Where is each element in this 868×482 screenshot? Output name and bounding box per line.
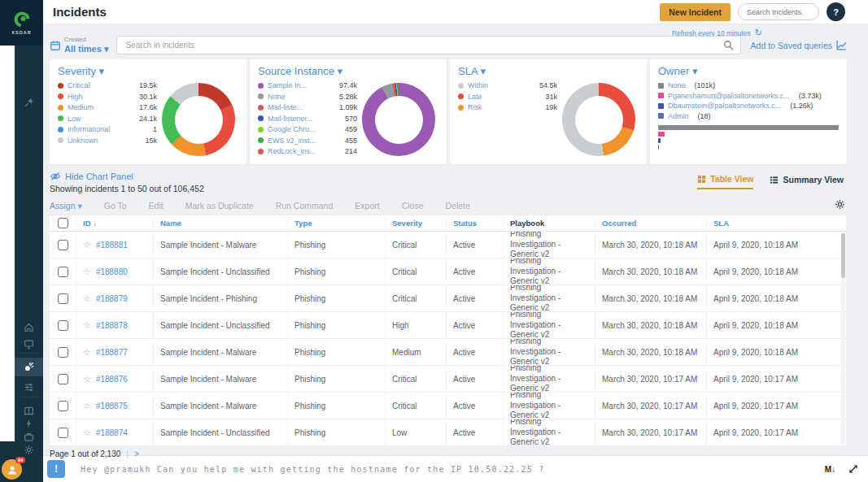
star-icon[interactable]: ☆ [83, 374, 91, 384]
row-checkbox[interactable] [58, 428, 68, 438]
add-to-saved-queries[interactable]: Add to Saved queries [751, 40, 847, 50]
column-header-status[interactable]: Status [447, 215, 504, 231]
edit-button[interactable]: Edit [149, 201, 164, 211]
chart-title-dropdown[interactable]: Severity ▾ [58, 65, 238, 77]
donut-chart[interactable] [362, 83, 435, 156]
donut-chart[interactable] [562, 83, 635, 156]
bar-segment[interactable] [658, 138, 661, 143]
table-scrollbar-thumb[interactable] [841, 233, 845, 278]
refresh-icon[interactable]: ↻ [755, 28, 762, 38]
markdown-icon[interactable]: M↓ [825, 465, 835, 474]
incident-id-link[interactable]: #188874 [96, 428, 128, 437]
star-icon[interactable]: ☆ [83, 240, 91, 250]
star-icon[interactable]: ☆ [83, 293, 91, 304]
star-icon[interactable]: ☆ [83, 347, 91, 358]
legend-item[interactable]: Dbaumstein@paloaltonetworks.c...(1.26k) [658, 102, 813, 110]
user-avatar[interactable]: 99 [2, 459, 22, 480]
column-header-sla[interactable]: SLA [707, 215, 847, 231]
incident-id-link[interactable]: #188875 [96, 402, 128, 410]
incident-id-link[interactable]: #188876 [96, 375, 128, 384]
legend-item[interactable]: Pganeshamurt@paloaltonetworks.c...(3.73k… [658, 92, 822, 100]
bar-segment[interactable] [658, 145, 659, 150]
legend-item[interactable]: High30.1k [58, 93, 157, 101]
incident-id-link[interactable]: #188881 [96, 241, 128, 250]
table-row[interactable]: ☆#188880Sample Incident - UnclassifiedPh… [50, 258, 847, 285]
legend-item[interactable]: Admin(18) [658, 112, 711, 120]
donut-chart[interactable] [162, 83, 235, 156]
row-checkbox[interactable] [58, 267, 68, 277]
pagination-next-button[interactable]: > [134, 449, 139, 458]
table-row[interactable]: ☆#188877Sample Incident - MalwarePhishin… [50, 339, 847, 366]
legend-item[interactable]: RedLock_ins...214 [258, 147, 357, 155]
chart-title-dropdown[interactable]: Owner ▾ [658, 65, 839, 77]
legend-item[interactable]: Medium17.6k [58, 103, 157, 111]
tab-table-view[interactable]: Table View [697, 174, 753, 189]
column-header-severity[interactable]: Severity [386, 215, 447, 231]
legend-item[interactable]: Informational1 [58, 125, 157, 133]
sidebar-item-settings[interactable] [15, 441, 43, 458]
mark-as-duplicate-button[interactable]: Mark as Duplicate [185, 201, 254, 211]
column-header-name[interactable]: Name [154, 215, 288, 231]
time-range-dropdown[interactable]: Created All times ▾ [50, 37, 108, 53]
global-search-input[interactable] [738, 3, 819, 20]
sidebar-item-home[interactable] [15, 319, 43, 335]
bar-segment[interactable] [658, 125, 839, 130]
table-settings-gear-icon[interactable] [835, 199, 845, 210]
legend-item[interactable]: Low24.1k [58, 115, 157, 123]
select-all-checkbox[interactable] [58, 218, 68, 228]
legend-item[interactable]: Risk19k [458, 103, 557, 111]
row-checkbox[interactable] [58, 401, 68, 411]
legend-item[interactable]: Late31k [458, 93, 557, 101]
column-header-id[interactable]: ID ↓ [76, 215, 154, 231]
table-row[interactable]: ☆#188874Sample Incident - UnclassifiedPh… [50, 419, 847, 446]
column-header-occurred[interactable]: Occurred [595, 215, 707, 231]
table-row[interactable]: ☆#188878Sample Incident - UnclassifiedPh… [50, 312, 847, 339]
legend-item[interactable]: None(101k) [658, 81, 715, 89]
legend-item[interactable]: Google Chro...459 [258, 125, 357, 133]
incident-id-link[interactable]: #188880 [96, 267, 128, 276]
column-header-type[interactable]: Type [288, 215, 386, 231]
close-button[interactable]: Close [402, 201, 424, 211]
chart-title-dropdown[interactable]: Source Instance ▾ [258, 65, 438, 77]
star-icon[interactable]: ☆ [83, 267, 91, 277]
sidebar-item-dashboards[interactable] [15, 336, 43, 352]
row-checkbox[interactable] [58, 240, 68, 250]
table-row[interactable]: ☆#188875Sample Incident - MalwarePhishin… [50, 393, 847, 419]
legend-item[interactable]: EWS v2_inst...455 [258, 137, 357, 145]
sidebar-item-war-room[interactable] [15, 379, 43, 395]
legend-item[interactable]: Unknown15k [58, 137, 157, 145]
incident-id-link[interactable]: #188879 [96, 294, 128, 303]
row-checkbox[interactable] [58, 374, 68, 384]
sidebar-item-incidents[interactable] [15, 358, 43, 376]
new-incident-button[interactable]: New Incident [660, 3, 731, 21]
star-icon[interactable]: ☆ [83, 401, 91, 411]
chart-title-dropdown[interactable]: SLA ▾ [458, 65, 639, 77]
legend-item[interactable]: None5.28k [258, 93, 357, 101]
chat-actions-button[interactable]: ! [47, 460, 65, 478]
sidebar-item-pin[interactable] [15, 94, 43, 111]
expand-icon[interactable] [848, 464, 858, 474]
row-checkbox[interactable] [58, 347, 68, 358]
legend-item[interactable]: Mail-listener...570 [258, 115, 357, 123]
table-row[interactable]: ☆#188876Sample Incident - MalwarePhishin… [50, 366, 847, 393]
delete-button[interactable]: Delete [446, 201, 470, 211]
tab-summary-view[interactable]: Summary View [770, 174, 844, 189]
incidents-search-input[interactable] [116, 36, 740, 54]
search-icon[interactable] [723, 40, 734, 50]
table-row[interactable]: ☆#188879Sample Incident - PhishingPhishi… [50, 285, 847, 312]
row-checkbox[interactable] [58, 320, 68, 331]
legend-item[interactable]: Mail-liste...1.09k [258, 103, 357, 111]
table-row[interactable]: ☆#188881Sample Incident - MalwarePhishin… [50, 232, 847, 258]
go-to-button[interactable]: Go To [104, 201, 127, 211]
row-checkbox[interactable] [58, 293, 68, 304]
star-icon[interactable]: ☆ [83, 320, 91, 331]
incident-id-link[interactable]: #188878 [96, 321, 128, 330]
bar-segment[interactable] [658, 132, 665, 137]
incident-id-link[interactable]: #188877 [96, 348, 128, 357]
legend-item[interactable]: Critical19.5k [58, 81, 157, 89]
export-button[interactable]: Export [355, 201, 379, 211]
legend-item[interactable]: Within54.5k [458, 81, 557, 89]
run-command-button[interactable]: Run Command [276, 201, 334, 211]
assign-button[interactable]: Assign ▾ [50, 201, 82, 211]
help-button[interactable]: ? [827, 2, 845, 21]
